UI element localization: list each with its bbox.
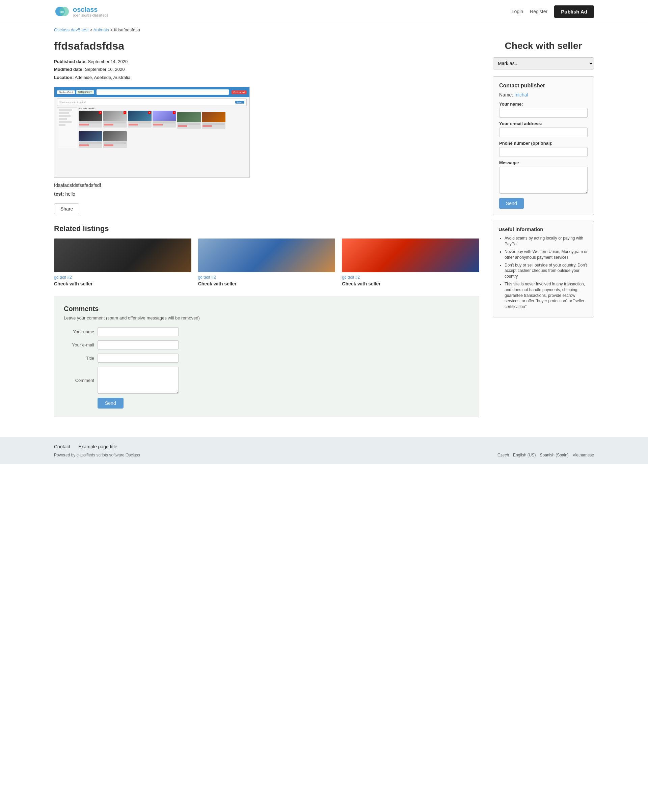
logo-text-area: osclass open source classifieds [73, 6, 108, 17]
comment-title-label: Title [64, 356, 94, 361]
footer-powered: Powered by classifieds scripts software … [54, 453, 140, 458]
breadcrumb-home[interactable]: Osclass dev5 test [54, 27, 89, 32]
contact-phone-input[interactable] [499, 147, 588, 157]
comment-email-input[interactable] [98, 340, 179, 350]
breadcrumb: Osclass dev5 test > Animals > ffdsafadsf… [0, 23, 648, 37]
main-container: ffdsafadsfdsa Published date: September … [0, 37, 648, 430]
comment-name-input[interactable] [98, 327, 179, 336]
useful-info-title: Useful information [498, 226, 588, 232]
useful-info-list: Avoid scams by acting locally or paying … [498, 235, 588, 310]
contact-send-button[interactable]: Send [499, 198, 524, 209]
osclass-logo-icon: oc [54, 3, 70, 20]
share-button[interactable]: Share [54, 203, 79, 214]
related-card-price-2: Check with seller [198, 281, 335, 286]
register-link[interactable]: Register [530, 9, 547, 14]
useful-info-item-1: Avoid scams by acting locally or paying … [504, 235, 588, 247]
comment-title-row: Title [64, 354, 469, 363]
lang-czech[interactable]: Czech [497, 453, 509, 458]
comment-send-button[interactable]: Send [98, 398, 124, 409]
related-card-category-3: gd test #2 [342, 275, 479, 280]
contact-your-name-input[interactable] [499, 108, 588, 118]
contact-message-label: Message: [499, 160, 588, 165]
header: oc osclass open source classifieds Login… [0, 0, 648, 23]
modified-date-row: Modified date: September 16, 2020 [54, 66, 479, 73]
nav-links: Login Register Publish Ad [512, 5, 594, 18]
footer-link-contact[interactable]: Contact [54, 444, 70, 449]
comment-name-label: Your name [64, 329, 94, 334]
contact-name-link[interactable]: michal [514, 92, 528, 98]
contact-message-textarea[interactable] [499, 166, 588, 194]
ad-title: ffdsafadsfdsa [54, 40, 479, 52]
contact-publisher-box: Contact publisher Name: michal Your name… [493, 76, 594, 215]
breadcrumb-category[interactable]: Animals [93, 27, 109, 32]
comment-email-label: Your e-mail [64, 342, 94, 348]
logo-area: oc osclass open source classifieds [54, 3, 108, 20]
contact-email-label: Your e-mail address: [499, 121, 588, 126]
right-column: Check with seller Mark as... Sold Reserv… [493, 37, 594, 317]
related-card-image-2 [198, 238, 335, 272]
lang-spanish[interactable]: Spanish (Spain) [539, 453, 569, 458]
comments-section: Comments Leave your comment (spam and of… [54, 296, 479, 417]
ad-description: fdsafadsfdsfsafadsfsdf [54, 183, 479, 188]
logo-subtitle: open source classifieds [73, 14, 108, 17]
test-label: test: [54, 191, 64, 197]
check-with-seller-title: Check with seller [493, 37, 594, 52]
modified-label: Modified date: [54, 67, 84, 72]
publish-ad-button[interactable]: Publish Ad [554, 5, 594, 18]
breadcrumb-sep1: > [90, 27, 93, 32]
published-date: September 14, 2020 [88, 59, 128, 64]
left-column: ffdsafadsfdsa Published date: September … [54, 37, 479, 430]
related-card-category-2: gd test #2 [198, 275, 335, 280]
footer-bottom: Powered by classifieds scripts software … [54, 453, 594, 458]
useful-info-item-3: Don't buy or sell outside of your countr… [504, 263, 588, 279]
contact-your-name-label: Your name: [499, 102, 588, 107]
related-card-category-1: gd test #2 [54, 275, 191, 280]
login-link[interactable]: Login [512, 9, 523, 14]
comment-name-row: Your name [64, 327, 469, 336]
related-card-image-1 [54, 238, 191, 272]
breadcrumb-current: ffdsafadsfdsa [114, 27, 140, 32]
test-value: hello [65, 191, 75, 197]
related-listings-grid: gd test #2 Check with seller gd test #2 … [54, 238, 479, 286]
ad-meta: Published date: September 14, 2020 Modif… [54, 58, 479, 81]
mark-as-select[interactable]: Mark as... Sold Reserved [493, 57, 594, 70]
lang-english[interactable]: English (US) [513, 453, 536, 458]
comment-body-row: Comment [64, 367, 469, 394]
comment-body-label: Comment [64, 378, 94, 383]
comment-body-textarea[interactable] [98, 367, 179, 394]
breadcrumb-sep2: > [110, 27, 114, 32]
footer-links: Contact Example page title [54, 444, 594, 449]
useful-info-item-2: Never pay with Western Union, Moneygram … [504, 249, 588, 260]
useful-info-item-4: This site is never involved in any trans… [504, 281, 588, 310]
location-row: Location: Adelaide, Adelaide, Australia [54, 73, 479, 81]
published-label: Published date: [54, 59, 87, 64]
ad-image: OsclassPoint Categories ▾ Post an ad Wha… [54, 87, 250, 178]
contact-name-label: Name: [499, 92, 513, 98]
related-card-2[interactable]: gd test #2 Check with seller [198, 238, 335, 286]
contact-publisher-title: Contact publisher [499, 82, 588, 89]
related-card-image-3 [342, 238, 479, 272]
logo-name: osclass [73, 6, 108, 14]
published-date-row: Published date: September 14, 2020 [54, 58, 479, 66]
contact-email-input[interactable] [499, 128, 588, 137]
svg-text:oc: oc [60, 10, 64, 14]
ad-screenshot-mockup: OsclassPoint Categories ▾ Post an ad Wha… [54, 87, 249, 177]
related-card-price-3: Check with seller [342, 281, 479, 286]
related-listings-section: Related listings gd test #2 Check with s… [54, 224, 479, 286]
comment-title-input[interactable] [98, 354, 179, 363]
comments-subtitle: Leave your comment (spam and offensive m… [64, 315, 469, 321]
related-card-3[interactable]: gd test #2 Check with seller [342, 238, 479, 286]
location-label: Location: [54, 75, 74, 80]
related-listings-title: Related listings [54, 224, 479, 233]
lang-vietnamese[interactable]: Vietnamese [573, 453, 594, 458]
contact-name-row: Name: michal [499, 92, 588, 98]
ad-test-field: test: hello [54, 191, 479, 197]
footer-languages: Czech English (US) Spanish (Spain) Vietn… [497, 453, 594, 458]
related-card-price-1: Check with seller [54, 281, 191, 286]
footer: Contact Example page title Powered by cl… [0, 437, 648, 464]
contact-phone-label: Phone number (optional): [499, 141, 588, 146]
useful-info-box: Useful information Avoid scams by acting… [493, 221, 594, 317]
footer-link-example[interactable]: Example page title [78, 444, 117, 449]
comment-email-row: Your e-mail [64, 340, 469, 350]
related-card-1[interactable]: gd test #2 Check with seller [54, 238, 191, 286]
